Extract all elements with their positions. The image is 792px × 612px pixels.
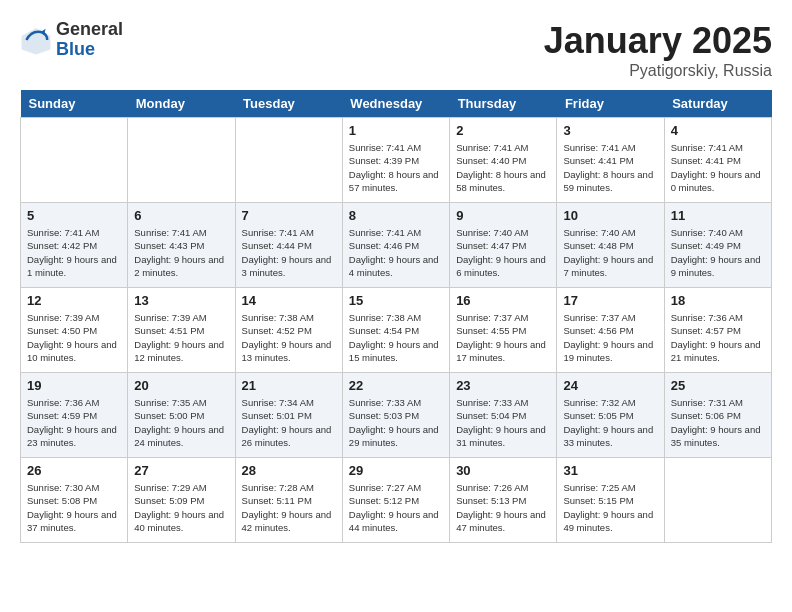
week-row-4: 19Sunrise: 7:36 AM Sunset: 4:59 PM Dayli… xyxy=(21,373,772,458)
calendar-cell: 29Sunrise: 7:27 AM Sunset: 5:12 PM Dayli… xyxy=(342,458,449,543)
day-number: 16 xyxy=(456,293,550,308)
cell-content: Sunrise: 7:34 AM Sunset: 5:01 PM Dayligh… xyxy=(242,396,336,449)
day-number: 9 xyxy=(456,208,550,223)
day-number: 26 xyxy=(27,463,121,478)
day-number: 23 xyxy=(456,378,550,393)
cell-content: Sunrise: 7:40 AM Sunset: 4:47 PM Dayligh… xyxy=(456,226,550,279)
cell-content: Sunrise: 7:28 AM Sunset: 5:11 PM Dayligh… xyxy=(242,481,336,534)
week-row-1: 1Sunrise: 7:41 AM Sunset: 4:39 PM Daylig… xyxy=(21,118,772,203)
day-number: 8 xyxy=(349,208,443,223)
day-header-sunday: Sunday xyxy=(21,90,128,118)
cell-content: Sunrise: 7:32 AM Sunset: 5:05 PM Dayligh… xyxy=(563,396,657,449)
cell-content: Sunrise: 7:41 AM Sunset: 4:39 PM Dayligh… xyxy=(349,141,443,194)
logo-icon xyxy=(20,24,52,56)
day-number: 14 xyxy=(242,293,336,308)
header-row: SundayMondayTuesdayWednesdayThursdayFrid… xyxy=(21,90,772,118)
cell-content: Sunrise: 7:41 AM Sunset: 4:41 PM Dayligh… xyxy=(563,141,657,194)
calendar-cell: 22Sunrise: 7:33 AM Sunset: 5:03 PM Dayli… xyxy=(342,373,449,458)
cell-content: Sunrise: 7:38 AM Sunset: 4:52 PM Dayligh… xyxy=(242,311,336,364)
calendar-cell: 16Sunrise: 7:37 AM Sunset: 4:55 PM Dayli… xyxy=(450,288,557,373)
day-header-thursday: Thursday xyxy=(450,90,557,118)
cell-content: Sunrise: 7:41 AM Sunset: 4:44 PM Dayligh… xyxy=(242,226,336,279)
calendar-cell: 1Sunrise: 7:41 AM Sunset: 4:39 PM Daylig… xyxy=(342,118,449,203)
location-subtitle: Pyatigorskiy, Russia xyxy=(544,62,772,80)
calendar-cell: 8Sunrise: 7:41 AM Sunset: 4:46 PM Daylig… xyxy=(342,203,449,288)
day-number: 29 xyxy=(349,463,443,478)
calendar-cell: 15Sunrise: 7:38 AM Sunset: 4:54 PM Dayli… xyxy=(342,288,449,373)
day-number: 3 xyxy=(563,123,657,138)
day-number: 5 xyxy=(27,208,121,223)
calendar-cell: 24Sunrise: 7:32 AM Sunset: 5:05 PM Dayli… xyxy=(557,373,664,458)
calendar-cell: 27Sunrise: 7:29 AM Sunset: 5:09 PM Dayli… xyxy=(128,458,235,543)
calendar-cell: 6Sunrise: 7:41 AM Sunset: 4:43 PM Daylig… xyxy=(128,203,235,288)
calendar-cell: 11Sunrise: 7:40 AM Sunset: 4:49 PM Dayli… xyxy=(664,203,771,288)
calendar-cell: 26Sunrise: 7:30 AM Sunset: 5:08 PM Dayli… xyxy=(21,458,128,543)
calendar-cell: 23Sunrise: 7:33 AM Sunset: 5:04 PM Dayli… xyxy=(450,373,557,458)
day-number: 12 xyxy=(27,293,121,308)
cell-content: Sunrise: 7:31 AM Sunset: 5:06 PM Dayligh… xyxy=(671,396,765,449)
calendar-cell xyxy=(235,118,342,203)
cell-content: Sunrise: 7:35 AM Sunset: 5:00 PM Dayligh… xyxy=(134,396,228,449)
day-number: 20 xyxy=(134,378,228,393)
day-number: 11 xyxy=(671,208,765,223)
cell-content: Sunrise: 7:33 AM Sunset: 5:03 PM Dayligh… xyxy=(349,396,443,449)
calendar-cell: 5Sunrise: 7:41 AM Sunset: 4:42 PM Daylig… xyxy=(21,203,128,288)
day-number: 2 xyxy=(456,123,550,138)
calendar-cell: 21Sunrise: 7:34 AM Sunset: 5:01 PM Dayli… xyxy=(235,373,342,458)
day-number: 18 xyxy=(671,293,765,308)
day-number: 15 xyxy=(349,293,443,308)
cell-content: Sunrise: 7:37 AM Sunset: 4:55 PM Dayligh… xyxy=(456,311,550,364)
cell-content: Sunrise: 7:36 AM Sunset: 4:57 PM Dayligh… xyxy=(671,311,765,364)
day-number: 1 xyxy=(349,123,443,138)
cell-content: Sunrise: 7:39 AM Sunset: 4:50 PM Dayligh… xyxy=(27,311,121,364)
day-number: 6 xyxy=(134,208,228,223)
cell-content: Sunrise: 7:41 AM Sunset: 4:46 PM Dayligh… xyxy=(349,226,443,279)
day-number: 27 xyxy=(134,463,228,478)
calendar-cell: 10Sunrise: 7:40 AM Sunset: 4:48 PM Dayli… xyxy=(557,203,664,288)
day-header-monday: Monday xyxy=(128,90,235,118)
day-number: 25 xyxy=(671,378,765,393)
cell-content: Sunrise: 7:41 AM Sunset: 4:42 PM Dayligh… xyxy=(27,226,121,279)
day-header-friday: Friday xyxy=(557,90,664,118)
calendar-cell: 25Sunrise: 7:31 AM Sunset: 5:06 PM Dayli… xyxy=(664,373,771,458)
week-row-2: 5Sunrise: 7:41 AM Sunset: 4:42 PM Daylig… xyxy=(21,203,772,288)
day-number: 17 xyxy=(563,293,657,308)
logo-general-text: General xyxy=(56,20,123,40)
calendar-cell: 31Sunrise: 7:25 AM Sunset: 5:15 PM Dayli… xyxy=(557,458,664,543)
day-number: 10 xyxy=(563,208,657,223)
cell-content: Sunrise: 7:36 AM Sunset: 4:59 PM Dayligh… xyxy=(27,396,121,449)
cell-content: Sunrise: 7:39 AM Sunset: 4:51 PM Dayligh… xyxy=(134,311,228,364)
cell-content: Sunrise: 7:25 AM Sunset: 5:15 PM Dayligh… xyxy=(563,481,657,534)
cell-content: Sunrise: 7:41 AM Sunset: 4:43 PM Dayligh… xyxy=(134,226,228,279)
calendar-cell: 18Sunrise: 7:36 AM Sunset: 4:57 PM Dayli… xyxy=(664,288,771,373)
day-header-tuesday: Tuesday xyxy=(235,90,342,118)
title-block: January 2025 Pyatigorskiy, Russia xyxy=(544,20,772,80)
week-row-3: 12Sunrise: 7:39 AM Sunset: 4:50 PM Dayli… xyxy=(21,288,772,373)
day-number: 7 xyxy=(242,208,336,223)
calendar-cell: 3Sunrise: 7:41 AM Sunset: 4:41 PM Daylig… xyxy=(557,118,664,203)
page-header: General Blue January 2025 Pyatigorskiy, … xyxy=(20,20,772,80)
calendar-cell: 14Sunrise: 7:38 AM Sunset: 4:52 PM Dayli… xyxy=(235,288,342,373)
calendar-cell: 9Sunrise: 7:40 AM Sunset: 4:47 PM Daylig… xyxy=(450,203,557,288)
week-row-5: 26Sunrise: 7:30 AM Sunset: 5:08 PM Dayli… xyxy=(21,458,772,543)
day-number: 21 xyxy=(242,378,336,393)
day-number: 4 xyxy=(671,123,765,138)
calendar-cell xyxy=(664,458,771,543)
cell-content: Sunrise: 7:27 AM Sunset: 5:12 PM Dayligh… xyxy=(349,481,443,534)
cell-content: Sunrise: 7:41 AM Sunset: 4:40 PM Dayligh… xyxy=(456,141,550,194)
cell-content: Sunrise: 7:29 AM Sunset: 5:09 PM Dayligh… xyxy=(134,481,228,534)
cell-content: Sunrise: 7:30 AM Sunset: 5:08 PM Dayligh… xyxy=(27,481,121,534)
calendar-cell: 20Sunrise: 7:35 AM Sunset: 5:00 PM Dayli… xyxy=(128,373,235,458)
cell-content: Sunrise: 7:37 AM Sunset: 4:56 PM Dayligh… xyxy=(563,311,657,364)
day-number: 13 xyxy=(134,293,228,308)
logo: General Blue xyxy=(20,20,123,60)
day-header-wednesday: Wednesday xyxy=(342,90,449,118)
day-number: 30 xyxy=(456,463,550,478)
calendar-cell: 13Sunrise: 7:39 AM Sunset: 4:51 PM Dayli… xyxy=(128,288,235,373)
day-number: 22 xyxy=(349,378,443,393)
calendar-cell: 4Sunrise: 7:41 AM Sunset: 4:41 PM Daylig… xyxy=(664,118,771,203)
day-number: 19 xyxy=(27,378,121,393)
cell-content: Sunrise: 7:26 AM Sunset: 5:13 PM Dayligh… xyxy=(456,481,550,534)
calendar-cell: 19Sunrise: 7:36 AM Sunset: 4:59 PM Dayli… xyxy=(21,373,128,458)
calendar-cell: 17Sunrise: 7:37 AM Sunset: 4:56 PM Dayli… xyxy=(557,288,664,373)
